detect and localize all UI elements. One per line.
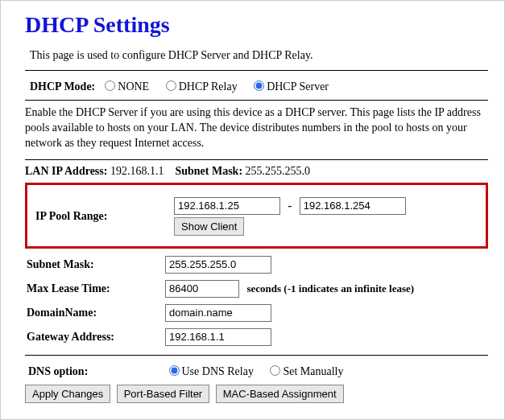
dhcp-mode-option-server[interactable]: DHCP Server [250,80,329,93]
max-lease-hint: seconds (-1 indicates an infinite lease) [247,282,415,294]
show-client-button[interactable]: Show Client [174,217,244,236]
ip-pool-end-input[interactable] [300,197,406,215]
lan-ip-label: LAN IP Address: [25,165,107,177]
dhcp-mode-radio-relay[interactable] [166,80,176,91]
divider [25,355,488,356]
settings-table: Subnet Mask: Max Lease Time: seconds (-1… [25,252,488,350]
dns-option-radio-relay[interactable] [169,365,180,376]
lan-mask-label: Subnet Mask: [175,165,242,177]
server-description: Enable the DHCP Server if you are using … [25,105,488,151]
dns-option-radio-manual[interactable] [270,365,280,376]
dhcp-mode-option-none-label: NONE [118,80,149,93]
dhcp-mode-option-relay[interactable]: DHCP Relay [162,80,240,93]
dhcp-mode-option-none[interactable]: NONE [101,80,151,93]
apply-changes-button[interactable]: Apply Changes [25,385,110,403]
dhcp-mode-radio-server[interactable] [254,80,264,91]
dns-option-relay-label: Use DNS Relay [182,365,254,377]
button-bar: Apply Changes Port-Based Filter MAC-Base… [25,385,488,403]
max-lease-input[interactable] [165,280,239,298]
domain-name-label: DomainName: [27,302,164,324]
divider [25,70,488,71]
divider [25,159,488,160]
dns-option-label: DNS option: [28,365,162,378]
dhcp-mode-option-server-label: DHCP Server [267,80,329,93]
subnet-mask-label: Subnet Mask: [27,253,164,276]
page-intro: This page is used to configure DHCP Serv… [30,49,488,62]
domain-name-input[interactable] [165,304,271,322]
dhcp-settings-page: DHCP Settings This page is used to confi… [0,0,505,420]
dhcp-mode-radio-none[interactable] [105,80,115,91]
gateway-address-input[interactable] [165,328,271,346]
divider [25,100,488,101]
dns-option-manual[interactable]: Set Manually [266,365,343,377]
lan-mask-value: 255.255.255.0 [246,165,311,177]
mac-based-assignment-button[interactable]: MAC-Based Assignment [216,385,344,403]
dhcp-mode-option-relay-label: DHCP Relay [179,80,238,93]
subnet-mask-input[interactable] [165,256,271,274]
ip-pool-start-input[interactable] [174,197,280,215]
dns-option-manual-label: Set Manually [283,365,343,377]
lan-ip-value: 192.168.1.1 [110,165,164,177]
gateway-address-label: Gateway Address: [27,326,164,348]
port-based-filter-button[interactable]: Port-Based Filter [117,385,210,403]
dhcp-mode-row: DHCP Mode: NONE DHCP Relay DHCP Server [30,77,488,93]
range-dash: - [284,200,297,212]
page-title: DHCP Settings [25,12,488,38]
dns-option-relay[interactable]: Use DNS Relay [165,365,257,377]
max-lease-label: Max Lease Time: [27,278,164,300]
dhcp-mode-label: DHCP Mode: [30,80,95,93]
dns-option-row: DNS option: Use DNS Relay Set Manually [28,362,488,378]
ip-pool-highlight: IP Pool Range: - Show Client [25,183,488,249]
ip-pool-label: IP Pool Range: [35,195,172,238]
lan-info: LAN IP Address: 192.168.1.1 Subnet Mask:… [25,165,488,178]
